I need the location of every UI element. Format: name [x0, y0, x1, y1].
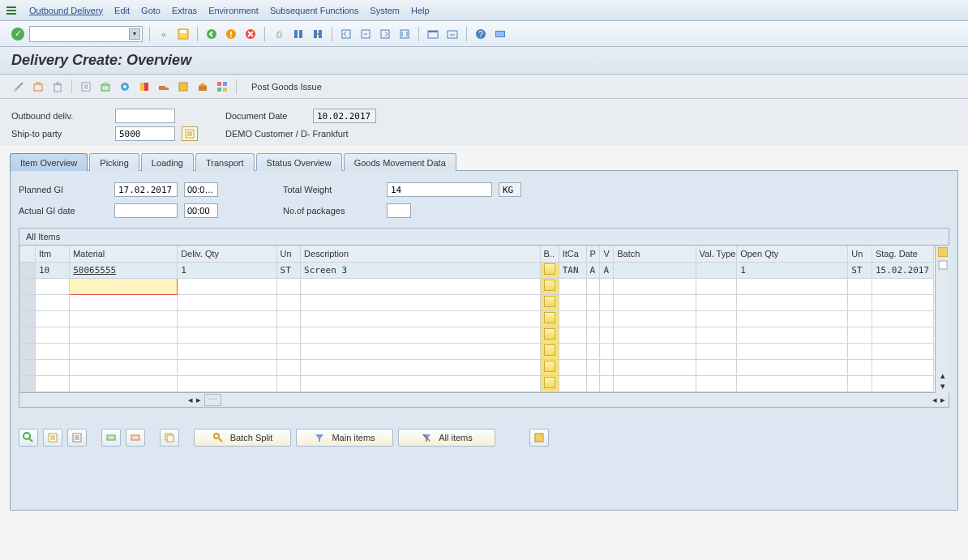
outbound-deliv-input[interactable] [115, 109, 175, 123]
batch-split-button[interactable]: Batch Split [194, 429, 291, 447]
last-page-icon[interactable] [397, 27, 412, 41]
cell-material[interactable]: 50065555 [70, 262, 178, 278]
find-next-icon[interactable] [311, 27, 325, 41]
cell-un[interactable]: ST [276, 262, 301, 278]
planned-gi-date[interactable] [114, 182, 178, 197]
scroll-left-end-icon[interactable]: ◂ [932, 395, 937, 405]
col-batch[interactable]: Batch [614, 246, 696, 262]
cell-v[interactable]: A [600, 262, 614, 278]
save-icon[interactable] [176, 27, 191, 41]
planned-gi-time[interactable] [184, 182, 218, 197]
next-page-icon[interactable] [378, 27, 392, 41]
scroll-down-icon[interactable]: ▾ [940, 381, 945, 391]
cell-itm[interactable]: 10 [35, 262, 69, 278]
cell-open[interactable]: 1 [737, 262, 848, 278]
col-v[interactable]: V [600, 246, 614, 262]
select-all-icon[interactable] [43, 429, 62, 447]
help-icon[interactable]: ? [473, 27, 488, 41]
ship-to-search-icon[interactable] [182, 126, 198, 141]
scroll-right-end-icon[interactable]: ▸ [940, 395, 945, 405]
menu-edit[interactable]: Edit [114, 6, 130, 15]
scroll-up-icon[interactable]: ▴ [940, 370, 945, 381]
horizontal-scrollbar[interactable]: ◂ ▸ ⋯ ◂ ▸ [19, 393, 949, 408]
table-row[interactable] [20, 327, 934, 343]
cell-val[interactable] [696, 262, 737, 278]
table-row[interactable] [20, 310, 934, 327]
first-page-icon[interactable] [339, 27, 353, 41]
menu-goto[interactable]: Goto [141, 6, 161, 15]
scroll-left-icon[interactable]: ◂ [188, 395, 193, 405]
col-open-qty[interactable]: Open Qty [737, 246, 848, 262]
col-stag-date[interactable]: Stag. Date [872, 246, 933, 262]
cell-b-button[interactable] [540, 343, 559, 359]
pack-icon[interactable] [98, 79, 113, 94]
table-row[interactable] [20, 359, 934, 375]
display-change-icon[interactable] [11, 79, 26, 94]
delete-row-icon[interactable] [126, 429, 145, 447]
total-weight-input[interactable] [387, 182, 492, 197]
overview-icon[interactable] [215, 79, 229, 94]
tab-item-overview[interactable]: Item Overview [10, 153, 88, 171]
back-green-icon[interactable] [204, 27, 219, 41]
table-row[interactable] [20, 375, 934, 391]
copy-icon[interactable] [160, 429, 179, 447]
cell-itca[interactable]: TAN [559, 262, 586, 278]
layout-icon[interactable] [493, 27, 508, 41]
tab-status-overview[interactable]: Status Overview [256, 153, 342, 171]
total-weight-unit[interactable] [499, 182, 521, 197]
back-icon[interactable]: « [156, 27, 171, 41]
incompletion-icon[interactable] [118, 79, 132, 94]
services-icon[interactable] [176, 79, 191, 94]
menu-help[interactable]: Help [411, 6, 430, 15]
col-material[interactable]: Material [70, 246, 178, 262]
detail-icon[interactable] [19, 429, 38, 447]
enter-icon[interactable]: ✓ [11, 28, 24, 41]
table-row[interactable] [20, 278, 934, 294]
col-un[interactable]: Un [276, 246, 301, 262]
cell-batch[interactable] [614, 262, 696, 278]
app-menu-icon[interactable] [5, 4, 18, 17]
cell-stag[interactable]: 15.02.2017 [872, 262, 933, 278]
vertical-scrollbar[interactable]: ▴ ▾ [935, 246, 949, 393]
other-delivery-icon[interactable] [31, 79, 45, 94]
insert-row-icon[interactable] [101, 429, 121, 447]
find-icon[interactable] [291, 27, 306, 41]
cell-b-button[interactable] [540, 375, 559, 391]
col-val-type[interactable]: Val. Type [696, 246, 737, 262]
checkbox-icon[interactable] [938, 260, 948, 270]
menu-subsequent-functions[interactable]: Subsequent Functions [270, 6, 358, 15]
ship-to-input[interactable] [115, 126, 175, 141]
scroll-right-icon[interactable]: ▸ [196, 395, 201, 405]
menu-environment[interactable]: Environment [208, 6, 259, 15]
scroll-config-icon[interactable]: ⋯ [204, 394, 221, 406]
exit-icon[interactable] [224, 27, 238, 41]
tab-loading[interactable]: Loading [141, 153, 194, 171]
menu-outbound-delivery[interactable]: Outbound Delivery [29, 6, 103, 15]
col-un2[interactable]: Un [848, 246, 872, 262]
config-columns-icon[interactable] [938, 247, 948, 257]
cell-b-button[interactable] [540, 262, 559, 278]
col-p[interactable]: P [586, 246, 600, 262]
menu-system[interactable]: System [370, 6, 400, 15]
actual-gi-date[interactable] [114, 203, 178, 218]
shortcut-icon[interactable] [445, 27, 460, 41]
cell-b-button[interactable] [540, 359, 559, 375]
col-itca[interactable]: ItCa [559, 246, 586, 262]
command-field[interactable]: ▾ [29, 26, 143, 42]
item-config-icon[interactable] [529, 429, 549, 447]
col-description[interactable]: Description [301, 246, 540, 262]
prev-page-icon[interactable] [358, 27, 373, 41]
tab-transport[interactable]: Transport [195, 153, 255, 171]
header-details-icon[interactable] [79, 79, 93, 94]
chevron-down-icon[interactable]: ▾ [129, 28, 140, 40]
delete-icon[interactable] [50, 79, 65, 94]
actual-gi-time[interactable] [184, 203, 218, 218]
table-row[interactable] [20, 294, 934, 310]
document-date-input[interactable] [313, 109, 376, 123]
main-items-button[interactable]: Main items [296, 429, 393, 447]
tab-goods-movement-data[interactable]: Goods Movement Data [344, 153, 456, 171]
cell-b-button[interactable] [540, 327, 559, 343]
menu-extras[interactable]: Extras [172, 6, 197, 15]
tab-picking[interactable]: Picking [89, 153, 139, 171]
cell-un2[interactable]: ST [848, 262, 872, 278]
